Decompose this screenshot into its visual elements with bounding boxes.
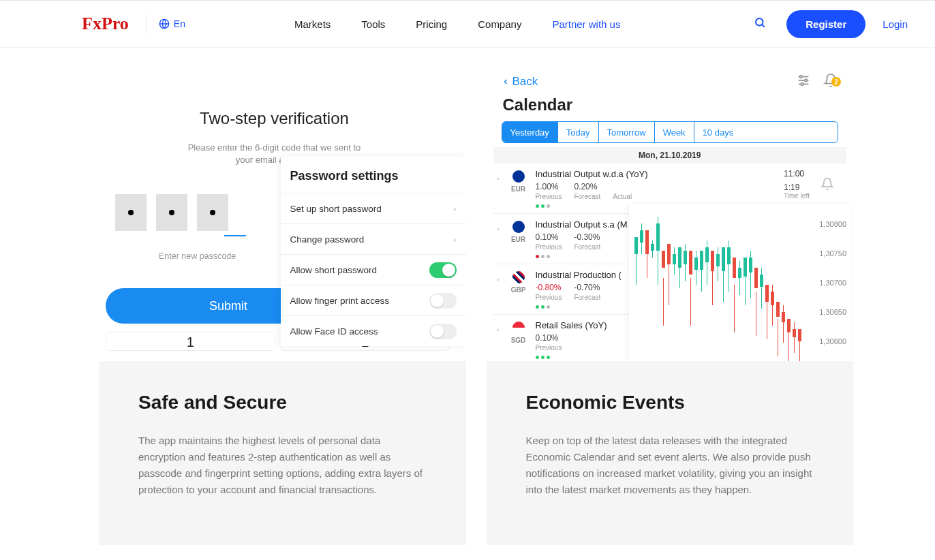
- nav-partner[interactable]: Partner with us: [552, 18, 620, 30]
- main-nav: Markets Tools Pricing Company Partner wi…: [294, 18, 620, 30]
- row-label: Set up short password: [290, 204, 382, 214]
- tab-today[interactable]: Today: [558, 122, 599, 142]
- stat-label: Forecast: [574, 294, 600, 301]
- alerts-button[interactable]: 2: [823, 73, 838, 91]
- toggle[interactable]: [429, 293, 457, 309]
- nav-company[interactable]: Company: [478, 18, 521, 30]
- card2-desc: Keep on top of the latest data releases …: [526, 433, 816, 498]
- language-selector[interactable]: En: [159, 18, 185, 29]
- axis-label: 1,30650: [809, 308, 846, 316]
- nav-markets[interactable]: Markets: [294, 18, 331, 30]
- password-settings-row[interactable]: Set up short password›: [281, 193, 466, 223]
- site-header: FxPro En Markets Tools Pricing Company P…: [0, 0, 935, 48]
- svg-point-6: [800, 76, 803, 78]
- back-label: Back: [512, 75, 538, 89]
- stat-value: -0.30%: [574, 232, 600, 242]
- password-settings-row[interactable]: Change password›: [281, 223, 466, 254]
- card-economic-events: Back 2 Calendar YesterdayTodayTomorrowWe…: [487, 61, 854, 545]
- passcode-digit[interactable]: [197, 194, 228, 231]
- currency-code: EUR: [511, 236, 525, 243]
- alerts-badge: 2: [831, 77, 841, 87]
- card1-artwork: Two-step verification Please enter the 6…: [99, 61, 466, 361]
- currency-code: EUR: [511, 185, 525, 193]
- flag-icon: [512, 170, 525, 183]
- card2-artwork: Back 2 Calendar YesterdayTodayTomorrowWe…: [487, 61, 854, 361]
- row-label: Allow short password: [290, 265, 378, 275]
- password-settings-row[interactable]: Allow Face ID access: [281, 315, 466, 346]
- chevron-down-icon: ˅: [496, 177, 500, 187]
- chevron-right-icon: ›: [453, 234, 457, 245]
- toggle[interactable]: [429, 324, 457, 339]
- flag-icon: [512, 221, 525, 233]
- password-settings-row[interactable]: Allow finger print access: [281, 285, 466, 315]
- svg-line-2: [763, 25, 765, 27]
- passcode-digit[interactable]: [115, 194, 147, 231]
- language-label: En: [174, 18, 185, 29]
- nav-tools[interactable]: Tools: [361, 18, 385, 30]
- tab-yesterday[interactable]: Yesterday: [502, 122, 558, 142]
- stat-label: Forecast: [574, 243, 600, 251]
- nav-pricing[interactable]: Pricing: [416, 18, 447, 30]
- register-button[interactable]: Register: [786, 10, 865, 38]
- tab-tomorrow[interactable]: Tomorrow: [599, 122, 655, 142]
- flag-icon: [512, 271, 525, 283]
- row-label: Allow finger print access: [290, 296, 390, 306]
- chevron-down-icon: ˅: [496, 278, 500, 287]
- cursor-underline: [224, 235, 246, 236]
- search-button[interactable]: [754, 16, 766, 31]
- axis-label: 1,30800: [809, 220, 846, 228]
- globe-icon: [159, 18, 170, 29]
- login-link[interactable]: Login: [883, 18, 908, 30]
- date-bar: Mon, 21.10.2019: [493, 147, 847, 164]
- stat-value: [613, 182, 632, 191]
- stat-value: 0.10%: [536, 333, 562, 343]
- chevron-right-icon: ›: [453, 204, 457, 214]
- svg-point-1: [756, 18, 763, 26]
- tab-10-days[interactable]: 10 days: [694, 122, 742, 142]
- event-bell-icon[interactable]: [821, 177, 834, 193]
- card-safe-secure: Two-step verification Please enter the 6…: [99, 61, 466, 545]
- passcode-digit[interactable]: [156, 194, 187, 231]
- row-label: Allow Face ID access: [290, 326, 378, 337]
- svg-point-8: [801, 83, 803, 86]
- axis-label: 1,30700: [809, 279, 846, 287]
- password-settings-row[interactable]: Allow short password: [281, 254, 466, 285]
- stat-label: Forecast: [574, 193, 600, 200]
- card1-desc: The app maintains the highest levels of …: [138, 433, 429, 498]
- divider: [146, 14, 147, 34]
- calendar-title: Calendar: [493, 95, 847, 121]
- logo[interactable]: FxPro: [82, 14, 129, 34]
- candlestick-chart: 1,308001,307501,307001,306501,30600: [629, 204, 850, 361]
- password-settings-panel: Password settings Set up short password›…: [281, 157, 466, 346]
- event-title: Industrial Output w.d.a (YoY): [536, 169, 784, 179]
- stat-label: Previous: [536, 243, 562, 251]
- stat-value: 0.20%: [574, 182, 600, 191]
- filters-button[interactable]: [796, 73, 811, 91]
- toggle[interactable]: [429, 262, 457, 278]
- flag-icon: [512, 322, 525, 334]
- currency-code: GBP: [511, 286, 526, 294]
- axis-label: 1,30600: [809, 337, 846, 345]
- chevron-up-icon: ˄: [496, 328, 500, 338]
- tab-week[interactable]: Week: [655, 122, 694, 142]
- password-settings-title: Password settings: [281, 157, 466, 193]
- sliders-icon: [796, 73, 811, 88]
- stat-value: -0.80%: [536, 283, 562, 292]
- keypad-1[interactable]: 1: [106, 332, 275, 351]
- feature-row: Two-step verification Please enter the 6…: [0, 48, 935, 560]
- back-button[interactable]: Back: [502, 75, 538, 89]
- chevron-left-icon: [502, 76, 510, 88]
- svg-point-7: [805, 79, 808, 82]
- card2-title: Economic Events: [526, 392, 816, 414]
- calendar-tabs: YesterdayTodayTomorrowWeek10 days: [502, 121, 839, 143]
- row-label: Change password: [290, 234, 365, 245]
- stat-value: 0.10%: [536, 232, 562, 242]
- twostep-title: Two-step verification: [99, 109, 450, 128]
- card1-title: Safe and Secure: [138, 392, 429, 414]
- stat-label: Actual: [613, 193, 632, 200]
- axis-label: 1,30750: [809, 249, 846, 258]
- chevron-down-icon: ˅: [496, 228, 500, 237]
- stat-label: Previous: [536, 294, 562, 301]
- currency-code: SGD: [511, 337, 526, 344]
- stat-value: 1.00%: [536, 182, 562, 191]
